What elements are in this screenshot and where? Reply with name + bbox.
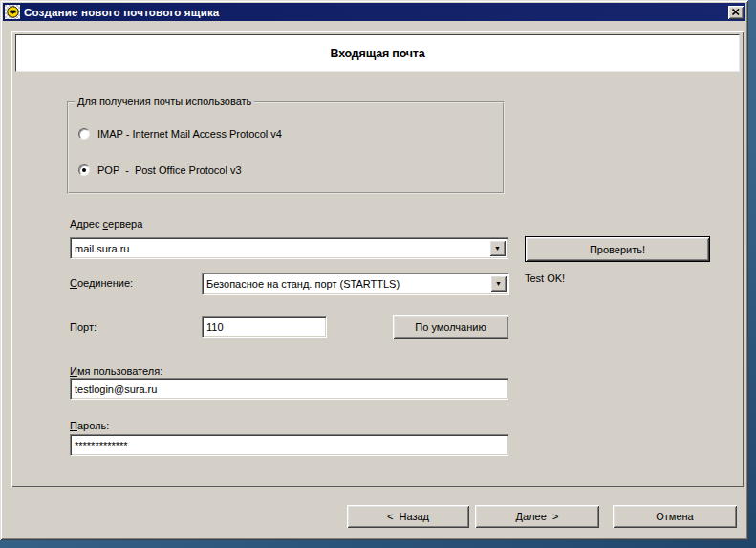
chevron-down-icon: ▼ <box>494 245 501 252</box>
port-input[interactable] <box>203 317 326 337</box>
close-icon <box>732 9 740 15</box>
server-address-label: Адрес сервера <box>70 218 142 230</box>
port-field <box>202 316 327 338</box>
title-bar[interactable]: Создание нового почтового ящика <box>3 3 745 21</box>
next-button[interactable]: Далее > <box>475 505 599 528</box>
content-panel: Входящая почта Для получения почты испол… <box>11 31 744 487</box>
check-button[interactable]: Проверить! <box>525 236 710 262</box>
page-title: Входящая почта <box>330 47 424 60</box>
test-status: Test OK! <box>525 273 565 284</box>
username-field <box>70 378 508 400</box>
window-title: Создание нового почтового ящика <box>24 7 728 18</box>
radio-pop-label: POP - Post Office Protocol v3 <box>97 164 242 176</box>
radio-option-pop[interactable]: POP - Post Office Protocol v3 <box>78 164 242 176</box>
connection-combo: ▼ <box>202 273 509 295</box>
radio-unchecked-icon[interactable] <box>78 128 90 140</box>
server-address-dropdown-button[interactable]: ▼ <box>489 240 506 256</box>
radio-option-imap[interactable]: IMAP - Internet Mail Access Protocol v4 <box>78 128 282 140</box>
radio-imap-label: IMAP - Internet Mail Access Protocol v4 <box>97 128 282 140</box>
chevron-down-icon: ▼ <box>495 280 502 287</box>
username-input[interactable] <box>71 379 508 399</box>
protocol-groupbox-legend: Для получения почты использовать <box>75 96 254 107</box>
server-address-combo: ▼ <box>70 237 508 259</box>
password-input[interactable] <box>71 435 508 455</box>
password-field <box>70 434 508 456</box>
page-header: Входящая почта <box>15 34 740 72</box>
dialog-window: Создание нового почтового ящика Входящая… <box>0 0 748 540</box>
app-icon-bat <box>5 5 20 19</box>
radio-checked-icon[interactable] <box>78 164 90 176</box>
close-button[interactable] <box>728 6 744 19</box>
desktop: { "window": { "title": "Создание нового … <box>0 0 756 548</box>
cancel-button[interactable]: Отмена <box>613 505 737 528</box>
connection-input[interactable] <box>203 274 508 294</box>
port-default-button[interactable]: По умолчанию <box>393 315 508 339</box>
username-label: Имя пользователя: <box>70 365 162 377</box>
port-label: Порт: <box>70 321 97 333</box>
server-address-input[interactable] <box>71 238 508 258</box>
connection-dropdown-button[interactable]: ▼ <box>490 275 507 292</box>
protocol-groupbox: Для получения почты использовать IMAP - … <box>67 101 505 194</box>
back-button[interactable]: < Назад <box>347 505 469 528</box>
connection-label: Соединение: <box>70 277 133 289</box>
bat-icon <box>7 6 19 18</box>
password-label: Пароль: <box>70 420 109 431</box>
